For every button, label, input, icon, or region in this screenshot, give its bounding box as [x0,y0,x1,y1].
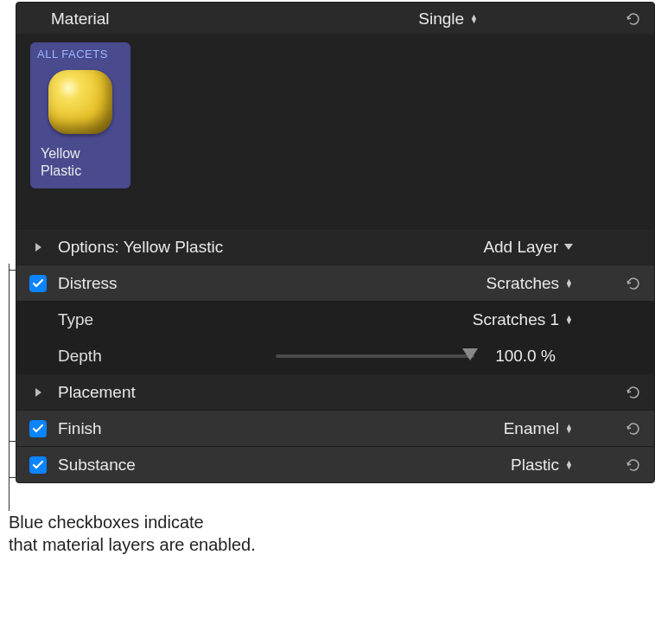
finish-row: Finish Enamel ▲▼ [16,410,654,446]
add-layer-dropdown[interactable]: Add Layer [400,238,573,257]
substance-value: Plastic [511,456,559,475]
reset-icon[interactable] [625,275,642,292]
facet-header-label: ALL FACETS [37,48,108,61]
material-inspector-panel: Material Single ▲▼ ALL FACETS Yellow Pla… [16,2,655,483]
options-disclosure[interactable] [25,243,51,252]
reset-icon[interactable] [625,420,642,437]
placement-disclosure[interactable] [25,388,51,397]
options-row: Options: Yellow Plastic Add Layer [16,228,654,265]
substance-row: Substance Plastic ▲▼ [16,446,654,482]
options-label: Options: Yellow Plastic [51,238,400,257]
callout-tick [9,270,19,271]
material-mode-value: Single [418,10,464,29]
placement-label: Placement [51,383,400,402]
distress-value-dropdown[interactable]: Scratches ▲▼ [400,274,573,293]
updown-icon: ▲▼ [565,279,573,288]
distress-type-value: Scratches 1 [473,310,559,329]
material-title: Material [51,10,418,29]
callout-leader-line [9,264,10,511]
distress-depth-label: Depth [51,347,163,366]
chevron-down-icon [564,244,573,250]
depth-slider[interactable] [276,354,474,358]
material-header: Material Single ▲▼ [16,3,654,34]
depth-value[interactable]: 100.0 % [478,347,573,366]
callout-text: Blue checkboxes indicate that material l… [0,499,655,556]
finish-checkbox[interactable] [29,420,47,437]
distress-type-dropdown[interactable]: Scratches 1 ▲▼ [400,310,573,329]
facet-name: Yellow Plastic [37,145,81,180]
updown-icon: ▲▼ [565,424,573,433]
distress-type-label: Type [51,310,400,329]
finish-value-dropdown[interactable]: Enamel ▲▼ [400,419,573,438]
reset-icon[interactable] [625,10,642,28]
callout-tick [9,441,19,442]
callout-annotation: Blue checkboxes indicate that material l… [0,499,655,556]
disclosure-right-icon [35,388,41,397]
updown-icon: ▲▼ [470,15,478,23]
distress-checkbox[interactable] [29,275,47,292]
material-swatch-blob [48,70,112,134]
material-swatch [42,64,118,140]
finish-label: Finish [51,419,400,438]
placement-row: Placement [16,373,654,410]
reset-icon[interactable] [625,384,642,401]
distress-label: Distress [51,274,400,293]
distress-row: Distress Scratches ▲▼ [16,265,654,301]
reset-icon[interactable] [625,456,642,474]
substance-checkbox[interactable] [29,456,47,474]
callout-tick [9,477,19,478]
distress-type-row: Type Scratches 1 ▲▼ [16,301,654,337]
facet-card-all[interactable]: ALL FACETS Yellow Plastic [30,42,130,188]
add-layer-label: Add Layer [483,238,558,257]
finish-value: Enamel [504,419,559,438]
updown-icon: ▲▼ [565,316,573,324]
disclosure-right-icon [35,243,41,252]
distress-depth-row: Depth 100.0 % [16,337,654,373]
facet-preview-area: ALL FACETS Yellow Plastic [16,34,654,228]
updown-icon: ▲▼ [565,461,573,469]
substance-label: Substance [51,456,400,475]
material-mode-dropdown[interactable]: Single ▲▼ [418,10,478,29]
slider-thumb-icon [462,348,478,360]
substance-value-dropdown[interactable]: Plastic ▲▼ [400,456,573,475]
distress-value: Scratches [486,274,559,293]
